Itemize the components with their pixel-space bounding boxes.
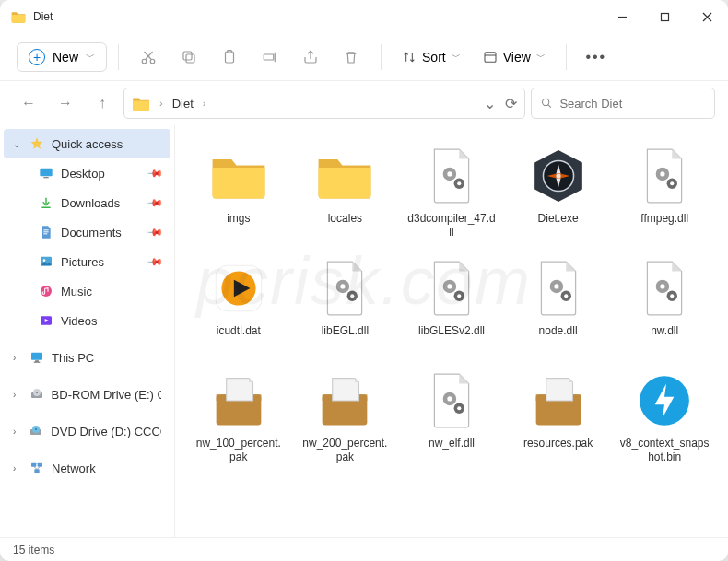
refresh-button[interactable]: ⟳ [505,95,517,112]
folder-icon [312,144,377,208]
pin-icon: 📌 [146,193,163,211]
svg-rect-39 [31,463,36,467]
svg-rect-41 [34,469,39,473]
file-item[interactable]: locales [295,138,396,245]
svg-point-71 [670,294,674,298]
sidebar-item-label: This PC [52,351,94,365]
file-item[interactable]: libGLESv2.dll [401,251,502,357]
file-label: locales [328,212,362,240]
search-box[interactable] [531,88,715,119]
svg-rect-1 [661,13,668,20]
folder-icon [206,144,271,208]
sidebar-item-pictures[interactable]: Pictures 📌 [4,247,170,276]
sidebar-item-bdrom[interactable]: › BD-ROM Drive (E:) C [4,380,170,409]
sort-button[interactable]: Sort ﹀ [393,44,470,70]
svg-point-57 [341,284,346,288]
svg-rect-32 [34,362,41,363]
sidebar-item-label: Music [61,285,92,298]
svg-line-7 [145,52,152,59]
file-item[interactable]: nw_200_percent.pak [295,363,396,470]
sidebar-item-label: Videos [61,314,98,328]
file-item[interactable]: d3dcompiler_47.dll [401,138,502,245]
file-label: nw_elf.dll [429,437,475,464]
file-label: Diet.exe [538,212,579,240]
sidebar-item-desktop[interactable]: Desktop 📌 [4,158,170,188]
sidebar-item-this-pc[interactable]: › This PC [4,343,170,372]
address-bar[interactable]: › Diet › ⌄ ⟳ [123,88,525,119]
file-item[interactable]: v8_context_snapshot.bin [614,363,715,470]
sidebar-item-label: Downloads [61,196,120,210]
file-item[interactable]: resources.pak [508,363,609,470]
search-input[interactable] [559,97,705,111]
svg-line-42 [34,467,37,470]
pc-icon [29,350,44,365]
sidebar-item-music[interactable]: Music [4,276,170,306]
file-label: nw.dll [651,324,678,352]
svg-rect-20 [40,169,52,177]
maximize-button[interactable] [643,0,686,33]
file-label: libEGL.dll [322,324,369,352]
sidebar-item-label: Documents [61,226,122,240]
file-grid: imgs locales d3dcompiler_47.dll Diet.exe… [175,125,728,537]
svg-point-27 [43,259,46,262]
file-item[interactable]: node.dll [508,251,609,357]
close-button[interactable] [686,0,728,33]
svg-rect-16 [485,52,496,62]
chevron-down-icon: ﹀ [452,51,461,64]
file-item[interactable]: nw.dll [614,251,715,357]
file-item[interactable]: imgs [188,138,289,245]
svg-point-5 [150,59,155,64]
view-button[interactable]: View ﹀ [474,44,555,70]
pin-icon: 📌 [146,223,163,240]
app-icon [526,144,591,208]
svg-point-45 [447,171,452,176]
sort-label: Sort [422,50,446,64]
forward-button[interactable]: → [50,88,81,119]
address-dropdown-button[interactable]: ⌄ [484,95,496,112]
view-icon [483,50,498,64]
disc-icon [29,387,44,402]
separator [118,44,119,70]
file-item[interactable]: libEGL.dll [295,251,396,357]
back-button[interactable]: ← [13,88,44,119]
share-button[interactable] [292,41,329,74]
svg-rect-25 [43,233,47,234]
status-bar: 15 items [0,537,728,561]
breadcrumb[interactable]: Diet [172,97,194,111]
file-label: nw_100_percent.pak [194,437,284,464]
file-item[interactable]: nw_elf.dll [401,363,502,470]
svg-point-63 [457,294,461,298]
delete-button[interactable] [333,41,370,74]
svg-point-49 [556,173,560,178]
sidebar-item-documents[interactable]: Documents 📌 [4,217,170,247]
chevron-right-icon: › [13,463,22,473]
paste-button[interactable] [211,41,248,74]
file-label: icudtl.dat [217,324,261,352]
rename-button[interactable] [252,41,288,74]
file-label: libGLESv2.dll [418,324,485,352]
titlebar: Diet [0,0,728,33]
svg-point-53 [670,181,674,185]
chevron-right-icon: › [13,390,22,400]
file-item[interactable]: ffmpeg.dll [614,138,715,245]
svg-point-61 [447,284,452,288]
sidebar-item-downloads[interactable]: Downloads 📌 [4,188,170,217]
music-icon [39,284,53,298]
minimize-button[interactable] [601,0,643,33]
sidebar-item-network[interactable]: › Network [4,453,170,483]
file-item[interactable]: nw_100_percent.pak [188,363,289,470]
sidebar-item-quick-access[interactable]: ⌄ Quick access [4,129,170,158]
more-button[interactable]: ••• [578,49,615,65]
file-item[interactable]: Diet.exe [508,138,609,245]
star-icon [29,136,44,151]
sidebar-item-videos[interactable]: Videos [4,306,170,335]
up-button[interactable]: ↑ [87,88,118,119]
file-item[interactable]: icudtl.dat [188,251,289,357]
toolbar: + New ﹀ Sort ﹀ View ﹀ ••• [0,33,728,81]
new-button[interactable]: + New ﹀ [17,42,107,72]
svg-point-35 [36,392,38,393]
copy-button[interactable] [170,41,207,74]
svg-rect-40 [38,463,42,467]
cut-button[interactable] [130,41,167,74]
sidebar-item-dvd[interactable]: › DVD Drive (D:) CCCC [4,416,170,446]
